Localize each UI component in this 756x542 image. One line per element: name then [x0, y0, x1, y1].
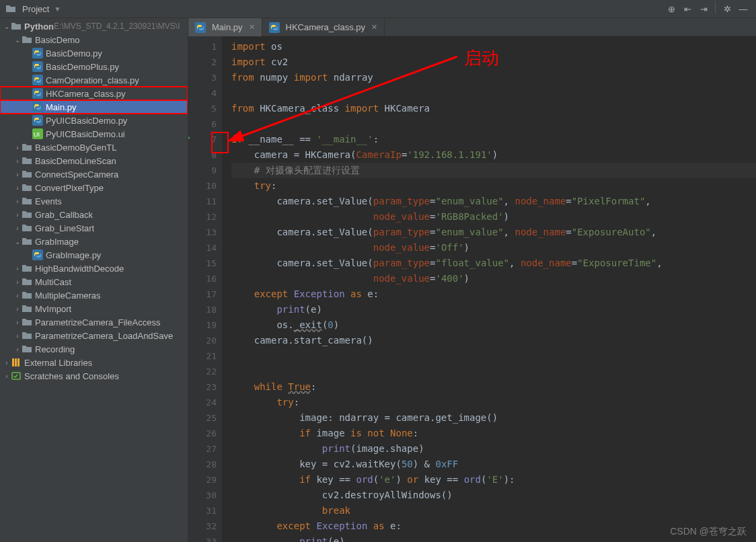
code-line[interactable]: try: [231, 178, 756, 194]
tree-label: HKCamera_class.py [46, 89, 126, 99]
code-line[interactable]: cv2.destroyAllWindows() [231, 488, 756, 503]
editor-tab[interactable]: HKCamera_class.py✕ [262, 18, 385, 36]
tree-label: BasicDemo.py [46, 48, 102, 59]
tree-label: HighBandwidthDecode [35, 264, 124, 274]
tree-item[interactable]: UIPyUICBasicDemo.ui [0, 127, 188, 141]
tree-item[interactable]: ›BasicDemoLineScan [0, 154, 188, 167]
tree-item[interactable]: ›ParametrizeCamera_LoadAndSave [0, 329, 188, 342]
code-line[interactable] [231, 85, 756, 101]
dir-icon [22, 344, 32, 354]
code-line[interactable] [231, 116, 756, 132]
code-line[interactable]: from numpy import ndarray [231, 70, 756, 85]
tree-item[interactable]: Main.py [0, 100, 188, 114]
svg-rect-10 [15, 358, 17, 366]
run-highlight-box [211, 132, 229, 153]
chevron-icon[interactable]: ⌄ [13, 36, 22, 44]
chevron-icon[interactable]: › [13, 305, 22, 313]
chevron-icon[interactable]: › [13, 171, 22, 178]
dir-icon [22, 142, 32, 153]
tree-label: PyUICBasicDemo.py [46, 116, 127, 126]
tree-item[interactable]: ›Grab_Callback [0, 208, 188, 221]
code-line[interactable] [231, 348, 756, 364]
code-line[interactable] [231, 364, 756, 379]
code-line[interactable]: from HKCamera_class import HKCamera [231, 101, 756, 116]
code-line[interactable]: if __name__ == '__main__': [231, 132, 756, 147]
chevron-icon[interactable]: ⌄ [3, 23, 11, 30]
code-line[interactable]: # 对摄像头配置进行设置 [231, 163, 756, 178]
code-line[interactable]: node_value='RGB8Packed') [231, 209, 756, 225]
tree-item[interactable]: ›MvImport [0, 302, 188, 315]
gear-icon[interactable]: ✲ [720, 1, 734, 16]
expand-icon[interactable]: ⇥ [696, 1, 711, 16]
tree-item[interactable]: ›HighBandwidthDecode [0, 262, 188, 275]
chevron-icon[interactable]: › [13, 278, 22, 286]
tree-item[interactable]: ⌄GrabImage [0, 235, 188, 248]
chevron-icon[interactable]: › [13, 144, 22, 151]
code-line[interactable]: if image is not None: [231, 426, 756, 441]
chevron-icon[interactable]: › [13, 225, 22, 232]
hide-icon[interactable]: — [736, 1, 751, 16]
code-line[interactable]: camera.set_Value(param_type="enum_value"… [231, 225, 756, 240]
tree-item[interactable]: HKCamera_class.py [0, 87, 188, 100]
tree-label: CamOperation_class.py [46, 75, 139, 85]
chevron-icon[interactable]: › [13, 265, 22, 272]
code-line[interactable]: if key == ord('e') or key == ord('E'): [231, 472, 756, 488]
chevron-icon[interactable]: › [13, 332, 22, 340]
dir-icon [22, 276, 32, 287]
tree-item[interactable]: BasicDemoPlus.py [0, 60, 188, 73]
code-line[interactable]: while True: [231, 379, 756, 395]
code-line[interactable]: print(image.shape) [231, 441, 756, 457]
code-line[interactable]: camera.set_Value(param_type="enum_value"… [231, 194, 756, 209]
close-icon[interactable]: ✕ [249, 23, 255, 32]
code-editor[interactable]: import osimport cv2from numpy import nda… [222, 36, 756, 542]
tree-item[interactable]: ›Recording [0, 342, 188, 356]
chevron-icon[interactable]: › [3, 359, 11, 366]
tree-item[interactable]: ⌄BasicDemo [0, 33, 188, 46]
watermark: CSDN @苍穹之跃 [670, 526, 747, 538]
editor-tab[interactable]: Main.py✕ [188, 18, 262, 36]
tree-item[interactable]: GrabImage.py [0, 248, 188, 262]
code-line[interactable]: camera.start_camera() [231, 333, 756, 348]
tree-item[interactable]: ›Scratches and Consoles [0, 369, 188, 383]
chevron-icon[interactable]: › [3, 373, 11, 380]
chevron-icon[interactable]: › [13, 184, 22, 192]
code-line[interactable]: image: ndarray = camera.get_image() [231, 410, 756, 426]
tree-item[interactable]: ›ConnectSpecCamera [0, 167, 188, 181]
chevron-icon[interactable]: › [13, 211, 22, 219]
project-tree[interactable]: ⌄Python E:\MVS_STD_4.2.1_230921\MVS\I⌄Ba… [0, 18, 188, 542]
code-line[interactable]: camera = HKCamera(CameraIp='192.168.1.19… [231, 147, 756, 163]
chevron-icon[interactable]: ⌄ [13, 238, 22, 245]
code-line[interactable]: node_value='Off') [231, 240, 756, 256]
chevron-icon[interactable]: › [13, 198, 22, 205]
tree-item[interactable]: ›Grab_LineStart [0, 221, 188, 235]
tree-item[interactable]: ›MultiCast [0, 275, 188, 288]
run-icon[interactable] [188, 134, 190, 142]
chevron-icon[interactable]: › [13, 157, 22, 165]
tree-item[interactable]: ›External Libraries [0, 356, 188, 369]
tree-item[interactable]: ›BasicDemoByGenTL [0, 141, 188, 154]
dropdown-icon[interactable]: ▼ [54, 5, 61, 13]
collapse-icon[interactable]: ⇤ [680, 1, 695, 16]
tree-item[interactable]: ›MultipleCameras [0, 288, 188, 302]
code-line[interactable]: try: [231, 395, 756, 410]
code-line[interactable]: except Exception as e: [231, 286, 756, 302]
target-icon[interactable]: ⊕ [664, 1, 679, 16]
code-line[interactable]: camera.set_Value(param_type="float_value… [231, 256, 756, 271]
code-line[interactable]: break [231, 503, 756, 518]
tree-item[interactable]: ›ParametrizeCamera_FileAccess [0, 315, 188, 329]
code-line[interactable]: node_value='400') [231, 271, 756, 286]
chevron-icon[interactable]: › [13, 292, 22, 299]
tree-item[interactable]: BasicDemo.py [0, 46, 188, 60]
tree-item[interactable]: CamOperation_class.py [0, 73, 188, 87]
chevron-icon[interactable]: › [13, 319, 22, 326]
close-icon[interactable]: ✕ [371, 23, 377, 32]
dir-icon [22, 196, 32, 206]
tree-item[interactable]: ›Events [0, 194, 188, 208]
code-line[interactable]: print(e) [231, 302, 756, 317]
chevron-icon[interactable]: › [13, 346, 22, 353]
tree-item[interactable]: PyUICBasicDemo.py [0, 114, 188, 127]
code-line[interactable]: key = cv2.waitKey(50) & 0xFF [231, 457, 756, 472]
tree-item[interactable]: ⌄Python E:\MVS_STD_4.2.1_230921\MVS\I [0, 20, 188, 33]
tree-item[interactable]: ›ConvertPixelType [0, 181, 188, 194]
code-line[interactable]: os._exit(0) [231, 317, 756, 333]
